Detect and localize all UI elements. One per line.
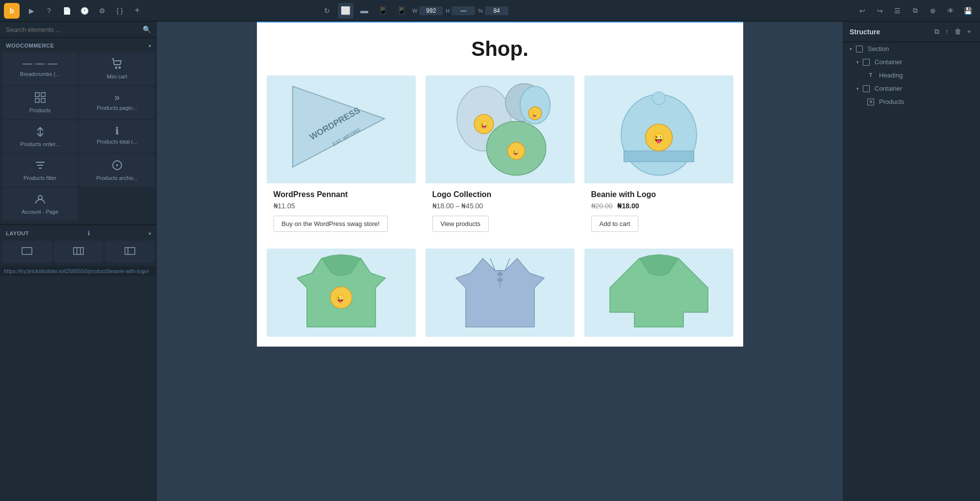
mobile-button[interactable]: 📱 [394,3,409,19]
undo-button[interactable]: ↩ [854,3,870,19]
top-toolbar: b ▶ ? 📄 🕐 ⚙ { } + ↻ ⬜ ▬ 📱 📱 W H — % ↩ ↪ … [0,0,980,22]
toolbar-right: ↩ ↪ ☰ ⧉ ⊕ 👁 💾 [854,3,976,19]
section-label: Section [868,45,889,52]
tree-item-section[interactable]: ▾ Section [843,42,980,55]
svg-text:😜: 😜 [480,121,488,129]
svg-text:😜: 😜 [531,112,537,118]
product-image-4 [426,249,575,337]
product-button-0[interactable]: Buy on the WordPress swag store! [274,216,388,232]
tree-item-container-2[interactable]: ▾ Container [843,82,980,95]
add-element-button[interactable]: + [129,3,145,19]
shop-heading: Shop. [257,23,743,71]
zoom-input-group: % [478,6,508,15]
width-input[interactable] [419,6,443,15]
svg-rect-3 [41,93,45,97]
product-name-2: Beanie with Logo [591,190,727,199]
tablet-portrait-button[interactable]: 📱 [375,3,391,19]
breadcrumbs-element[interactable]: — — — Breadcrumbs (... [2,52,78,85]
canvas-frame: Shop. WORDPRESS EST. WP.ORG WordPress Pe… [257,22,743,347]
svg-text:😜: 😜 [512,149,519,155]
product-price-1: ₦18.00 – ₦45.00 [432,202,568,210]
settings-icon[interactable]: ⚙ [94,3,110,19]
container2-box-icon [863,85,870,92]
heading-T-icon: T [867,72,874,79]
layout-section-header[interactable]: LAYOUT ℹ ▾ [0,225,157,241]
product-card-5 [584,249,733,337]
section-layout-icon [22,247,32,256]
logo-button[interactable]: b [4,3,20,19]
svg-rect-13 [125,248,135,254]
products-icon [35,92,46,104]
svg-rect-9 [22,248,32,254]
layers-icon[interactable]: ⧉ [907,3,923,19]
svg-point-6 [113,161,122,170]
woocommerce-section-header[interactable]: WOOCOMMERCE ▾ [0,38,157,52]
products-filter-element[interactable]: Products filter [2,154,78,187]
products-pagination-element[interactable]: » Products pagin... [79,86,155,119]
tablet-landscape-button[interactable]: ▬ [356,3,372,19]
product-card-1: 😜 😜 😜 Logo Collection [426,75,575,239]
right-sidebar-icons: ⧉ ↑ 🗑 + [932,26,973,37]
products-archive-element[interactable]: Products archiv... [79,154,155,187]
tree-item-products[interactable]: ⊞ Products [843,95,980,108]
product-image-0: WORDPRESS EST. WP.ORG [267,75,416,183]
svg-point-30 [652,92,665,104]
duplicate-icon[interactable]: ⧉ [932,26,941,37]
add-tree-icon[interactable]: + [965,26,973,37]
right-sidebar: Structure ⧉ ↑ 🗑 + ▾ Section ▾ Container [843,22,980,501]
account-page-element[interactable]: Account - Page [2,188,78,221]
account-page-icon [35,194,46,206]
refresh-button[interactable]: ↻ [319,3,335,19]
save-button[interactable]: 💾 [960,3,976,19]
product-button-1[interactable]: View products [432,216,489,232]
product-image-2: 😜 [584,75,733,183]
svg-rect-5 [41,99,45,102]
products-total-icon: ℹ [115,126,119,136]
preview-icon[interactable]: 👁 [943,3,958,19]
zoom-input[interactable] [485,6,508,15]
product-image-5 [584,249,733,337]
height-input-group: H — [446,6,475,15]
width-input-group: W [412,6,443,15]
svg-point-0 [115,67,117,69]
svg-point-8 [38,196,42,200]
columns-layout-element[interactable] [53,241,104,262]
css-icon[interactable]: { } [112,3,127,19]
mini-cart-icon [111,58,123,71]
search-input[interactable] [6,26,143,33]
products-total-element[interactable]: ℹ Products total r... [79,120,155,153]
cursor-tool[interactable]: ▶ [24,3,39,19]
history-icon[interactable]: 🕐 [76,3,92,19]
layout-elements-grid [0,241,157,266]
help-icon[interactable]: ? [41,3,57,19]
columns-layout-icon [73,247,84,256]
export-icon[interactable]: ↑ [943,26,951,37]
layout-icon[interactable]: ☰ [890,3,905,19]
products-element[interactable]: Products [2,86,78,119]
search-bar: 🔍 [0,22,157,38]
section-layout-element[interactable] [2,241,52,262]
sidebar-layout-element[interactable] [104,241,155,262]
products-grid-row2: 😜 [257,249,743,347]
product-name-1: Logo Collection [432,190,568,199]
desktop-view-button[interactable]: ⬜ [338,3,353,19]
container1-label: Container [875,58,902,66]
mini-cart-element[interactable]: Mini cart [79,52,155,85]
wordpress-icon[interactable]: ⊕ [925,3,941,19]
products-label: Products [879,98,904,105]
woocommerce-chevron: ▾ [149,43,151,49]
product-info-0: WordPress Pennant ₦11.05 Buy on the Word… [267,183,416,239]
delete-icon[interactable]: 🗑 [953,26,963,37]
products-orderby-element[interactable]: Products order... [2,120,78,153]
tree-item-container-1[interactable]: ▾ Container [843,55,980,69]
product-button-2[interactable]: Add to cart [591,216,639,232]
svg-text:😜: 😜 [336,294,345,303]
tree-item-heading[interactable]: T Heading [843,69,980,82]
svg-rect-2 [35,93,39,97]
redo-button[interactable]: ↪ [872,3,888,19]
container1-chevron: ▾ [856,60,859,65]
sidebar-layout-icon [125,247,135,256]
templates-icon[interactable]: 📄 [59,3,75,19]
svg-point-37 [497,278,503,282]
products-pagination-icon: » [114,92,120,102]
